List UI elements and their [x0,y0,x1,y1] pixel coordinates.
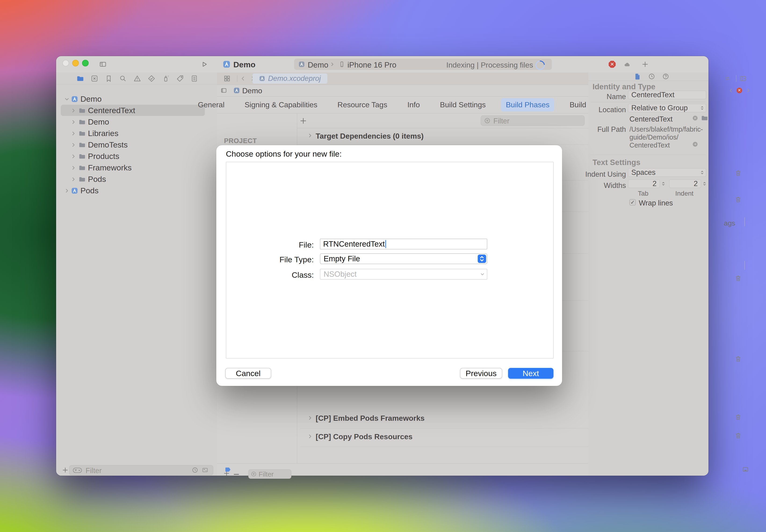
add-item-plus-icon[interactable] [62,467,69,474]
file-inspector-icon[interactable] [634,73,641,80]
toggle-navigator-icon[interactable] [99,61,107,68]
trash-icon[interactable] [735,355,742,362]
tests-navigator-icon[interactable] [148,75,155,82]
next-issue-chevron-icon[interactable] [745,88,751,93]
tab-width-field[interactable]: 2 [628,180,660,188]
wrap-lines-checkbox[interactable]: ✓ [630,199,636,205]
trash-icon[interactable] [735,432,742,439]
zoom-button[interactable] [82,60,89,66]
disclosure-right-icon[interactable] [71,119,76,125]
copy-pods-resources-row[interactable]: [CP] Copy Pods Resources [316,432,413,441]
file-type-popup[interactable]: Empty File [320,253,487,264]
previous-button[interactable]: Previous [460,368,502,379]
folder-icon [79,153,86,160]
disclosure-right-icon[interactable] [71,131,76,136]
location-dropdown[interactable]: Relative to Group [628,104,706,112]
filter-menu-icon[interactable] [72,467,83,474]
disclosure-down-icon[interactable] [64,96,70,102]
issues-navigator-icon[interactable] [133,75,141,82]
run-play-icon[interactable] [201,61,208,68]
sidebar-item-centeredtext[interactable]: CenteredText [56,105,217,116]
clear-location-icon[interactable] [692,115,698,121]
swap-editors-icon[interactable] [724,75,731,82]
add-build-phase-icon[interactable] [299,117,307,125]
bookmarks-navigator-icon[interactable] [105,75,112,82]
inspector-tab-rail [588,72,709,81]
sidebar-item-demo[interactable]: Demo [56,93,217,105]
sidebar-item-label: Pods [80,186,99,195]
back-chevron-icon[interactable] [240,75,246,82]
indent-width-stepper[interactable] [702,180,707,188]
build-phases-filter-field[interactable]: Filter [481,115,585,126]
disclosure-right-icon[interactable] [71,108,76,113]
target-dependencies-disclosure-icon[interactable] [307,133,313,138]
trash-icon[interactable] [735,196,742,203]
toolbar-jump-bar[interactable]: Demo iPhone 16 Pro Indexing | Processing… [294,59,552,70]
trash-icon[interactable] [735,169,742,176]
tab-general[interactable]: General [193,98,229,111]
disclosure-right-icon[interactable] [71,176,76,182]
related-items-icon[interactable] [220,87,227,94]
debug-navigator-icon[interactable] [162,75,169,82]
indent-caption: Indent [675,190,694,197]
sidebar-item-libraries[interactable]: Libraries [56,128,217,139]
reveal-path-arrow-icon[interactable] [692,141,698,147]
disclosure-right-icon[interactable] [71,154,76,159]
name-field[interactable]: CenteredText [628,91,706,99]
breakpoints-toggle-icon[interactable] [224,466,231,473]
show-changes-icon[interactable] [201,467,208,473]
indent-width-field[interactable]: 2 [669,180,701,188]
editor-tab-demo-xcodeproj[interactable]: Demo.xcodeproj [252,73,327,84]
embed-pods-disclosure-icon[interactable] [307,415,313,421]
copy-pods-disclosure-icon[interactable] [307,434,313,439]
trash-icon[interactable] [735,413,742,421]
disclosure-right-icon[interactable] [64,188,70,194]
error-count-badge[interactable]: ✕ [609,61,616,68]
history-inspector-icon[interactable] [648,73,655,80]
choose-folder-icon[interactable] [701,115,708,122]
sidebar-item-frameworks[interactable]: Frameworks [56,162,217,173]
tab-width-stepper[interactable] [661,180,666,188]
jump-device-label[interactable]: iPhone 16 Pro [347,61,396,69]
overview-grid-icon[interactable] [223,75,230,82]
sidebar-item-demotests[interactable]: DemoTests [56,139,217,151]
recents-clock-icon[interactable] [192,467,198,473]
sidebar-item-pods[interactable]: Pods [56,173,217,185]
source-control-navigator-icon[interactable] [91,75,98,82]
activity-status-text: Indexing | Processing files [447,61,533,69]
find-navigator-icon[interactable] [119,75,127,82]
disclosure-right-icon[interactable] [71,142,76,148]
disclosure-right-icon[interactable] [71,165,76,171]
jump-target-label[interactable]: Demo [308,61,328,69]
sidebar-item-pods[interactable]: Pods [56,185,217,196]
tab-build-phases[interactable]: Build Phases [501,98,554,111]
minimize-button[interactable] [72,60,79,66]
navigator-filter-field[interactable]: Filter [69,465,213,475]
breadcrumb[interactable]: Demo [242,86,262,95]
target-dependencies-row[interactable]: Target Dependencies (0 items) [316,132,424,140]
sidebar-item-products[interactable]: Products [56,151,217,162]
tab-build-settings[interactable]: Build Settings [436,98,491,111]
cancel-button[interactable]: Cancel [225,368,271,379]
device-display-icon[interactable] [742,466,749,473]
file-type-stepper-icon[interactable] [478,255,486,263]
breakpoints-navigator-icon[interactable] [176,75,184,82]
tab-signing-capabilities[interactable]: Signing & Capabilities [240,98,322,111]
tab-resource-tags[interactable]: Resource Tags [333,98,392,111]
navigator-filter-placeholder: Filter [86,467,102,475]
add-tab-plus-icon[interactable] [641,61,649,68]
embed-pods-frameworks-row[interactable]: [CP] Embed Pods Frameworks [316,414,425,423]
reports-navigator-icon[interactable] [190,75,198,82]
next-button[interactable]: Next [508,368,554,379]
prev-issue-chevron-icon[interactable] [728,88,734,93]
help-inspector-icon[interactable] [662,73,669,80]
indent-using-dropdown[interactable]: Spaces [628,168,706,177]
issue-error-badge[interactable]: ✕ [737,88,742,93]
add-editor-icon[interactable] [739,75,747,82]
tab-info[interactable]: Info [403,98,425,111]
close-button[interactable] [62,60,69,66]
project-navigator-icon[interactable] [76,75,84,82]
sidebar-item-demo[interactable]: Demo [56,116,217,128]
file-name-input[interactable]: RTNCenteredText [320,239,487,249]
trash-icon[interactable] [735,275,742,282]
